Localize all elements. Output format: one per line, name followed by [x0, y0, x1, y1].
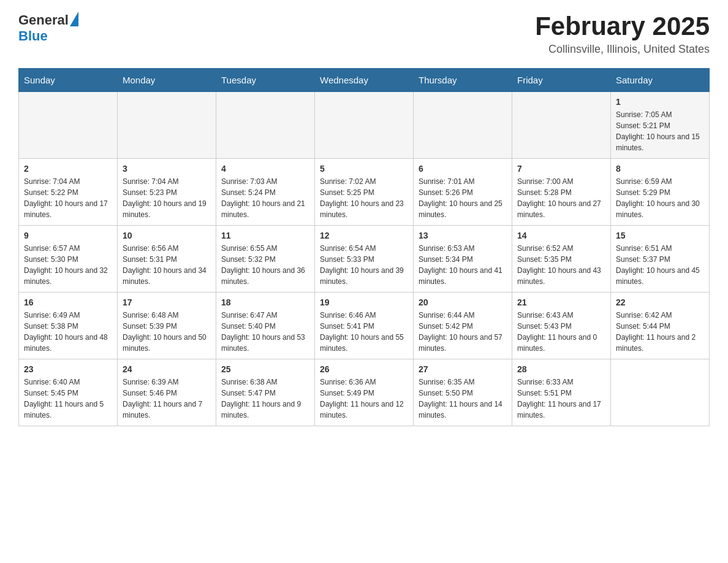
weekday-header-tuesday: Tuesday	[216, 69, 315, 92]
day-info: Sunrise: 6:49 AM Sunset: 5:38 PM Dayligh…	[24, 310, 112, 354]
day-info: Sunrise: 6:44 AM Sunset: 5:42 PM Dayligh…	[419, 310, 507, 354]
weekday-header-wednesday: Wednesday	[315, 69, 414, 92]
day-number: 4	[221, 164, 309, 174]
day-number: 2	[24, 164, 112, 174]
calendar-cell: 10Sunrise: 6:56 AM Sunset: 5:31 PM Dayli…	[118, 226, 216, 293]
calendar-cell: 6Sunrise: 7:01 AM Sunset: 5:26 PM Daylig…	[414, 159, 512, 226]
day-info: Sunrise: 7:03 AM Sunset: 5:24 PM Dayligh…	[221, 176, 309, 220]
calendar-cell: 11Sunrise: 6:55 AM Sunset: 5:32 PM Dayli…	[216, 226, 315, 293]
calendar-header-row: SundayMondayTuesdayWednesdayThursdayFrid…	[19, 69, 710, 92]
day-info: Sunrise: 7:04 AM Sunset: 5:23 PM Dayligh…	[123, 176, 211, 220]
logo-general-text: General	[18, 12, 69, 28]
calendar-cell: 25Sunrise: 6:38 AM Sunset: 5:47 PM Dayli…	[216, 359, 315, 426]
weekday-header-friday: Friday	[512, 69, 611, 92]
day-number: 5	[320, 164, 408, 174]
calendar-cell: 28Sunrise: 6:33 AM Sunset: 5:51 PM Dayli…	[512, 359, 611, 426]
calendar-cell: 14Sunrise: 6:52 AM Sunset: 5:35 PM Dayli…	[512, 226, 611, 293]
day-number: 20	[419, 297, 507, 307]
calendar-cell: 26Sunrise: 6:36 AM Sunset: 5:49 PM Dayli…	[315, 359, 414, 426]
weekday-header-monday: Monday	[118, 69, 216, 92]
calendar-cell: 2Sunrise: 7:04 AM Sunset: 5:22 PM Daylig…	[19, 159, 118, 226]
day-info: Sunrise: 6:35 AM Sunset: 5:50 PM Dayligh…	[419, 377, 507, 421]
location-title: Collinsville, Illinois, United States	[535, 43, 710, 56]
calendar-cell: 19Sunrise: 6:46 AM Sunset: 5:41 PM Dayli…	[315, 293, 414, 359]
day-info: Sunrise: 7:04 AM Sunset: 5:22 PM Dayligh…	[24, 176, 112, 220]
day-number: 21	[517, 297, 605, 307]
calendar-cell: 20Sunrise: 6:44 AM Sunset: 5:42 PM Dayli…	[414, 293, 512, 359]
day-info: Sunrise: 6:57 AM Sunset: 5:30 PM Dayligh…	[24, 243, 112, 287]
logo-blue-text: Blue	[18, 28, 48, 44]
day-number: 11	[221, 231, 309, 240]
calendar-cell	[315, 92, 414, 159]
calendar-cell: 24Sunrise: 6:39 AM Sunset: 5:46 PM Dayli…	[118, 359, 216, 426]
calendar-cell	[512, 92, 611, 159]
day-info: Sunrise: 6:40 AM Sunset: 5:45 PM Dayligh…	[24, 377, 112, 421]
calendar-cell: 9Sunrise: 6:57 AM Sunset: 5:30 PM Daylig…	[19, 226, 118, 293]
day-number: 9	[24, 231, 112, 240]
calendar-cell: 12Sunrise: 6:54 AM Sunset: 5:33 PM Dayli…	[315, 226, 414, 293]
day-number: 17	[123, 297, 211, 307]
title-block: February 2025 Collinsville, Illinois, Un…	[535, 12, 710, 56]
day-info: Sunrise: 6:55 AM Sunset: 5:32 PM Dayligh…	[221, 243, 309, 287]
day-number: 6	[419, 164, 507, 174]
day-info: Sunrise: 6:53 AM Sunset: 5:34 PM Dayligh…	[419, 243, 507, 287]
day-info: Sunrise: 6:46 AM Sunset: 5:41 PM Dayligh…	[320, 310, 408, 354]
day-number: 1	[616, 97, 704, 107]
day-number: 7	[517, 164, 605, 174]
calendar-cell: 1Sunrise: 7:05 AM Sunset: 5:21 PM Daylig…	[611, 92, 710, 159]
day-number: 25	[221, 364, 309, 374]
day-info: Sunrise: 6:42 AM Sunset: 5:44 PM Dayligh…	[616, 310, 704, 354]
day-info: Sunrise: 6:56 AM Sunset: 5:31 PM Dayligh…	[123, 243, 211, 287]
calendar-cell	[216, 92, 315, 159]
calendar-cell	[611, 359, 710, 426]
calendar-cell	[414, 92, 512, 159]
day-number: 12	[320, 231, 408, 240]
day-info: Sunrise: 6:47 AM Sunset: 5:40 PM Dayligh…	[221, 310, 309, 354]
weekday-header-sunday: Sunday	[19, 69, 118, 92]
day-info: Sunrise: 6:36 AM Sunset: 5:49 PM Dayligh…	[320, 377, 408, 421]
day-number: 10	[123, 231, 211, 240]
day-number: 16	[24, 297, 112, 307]
day-info: Sunrise: 6:51 AM Sunset: 5:37 PM Dayligh…	[616, 243, 704, 287]
calendar-cell: 16Sunrise: 6:49 AM Sunset: 5:38 PM Dayli…	[19, 293, 118, 359]
day-number: 13	[419, 231, 507, 240]
day-info: Sunrise: 6:38 AM Sunset: 5:47 PM Dayligh…	[221, 377, 309, 421]
weekday-header-saturday: Saturday	[611, 69, 710, 92]
day-info: Sunrise: 6:39 AM Sunset: 5:46 PM Dayligh…	[123, 377, 211, 421]
calendar-cell	[19, 92, 118, 159]
logo-triangle-icon	[70, 12, 78, 26]
day-number: 27	[419, 364, 507, 374]
calendar-week-row: 23Sunrise: 6:40 AM Sunset: 5:45 PM Dayli…	[19, 359, 710, 426]
calendar-cell: 22Sunrise: 6:42 AM Sunset: 5:44 PM Dayli…	[611, 293, 710, 359]
logo-icon: General Blue	[18, 12, 78, 44]
calendar-week-row: 2Sunrise: 7:04 AM Sunset: 5:22 PM Daylig…	[19, 159, 710, 226]
calendar-cell: 15Sunrise: 6:51 AM Sunset: 5:37 PM Dayli…	[611, 226, 710, 293]
day-info: Sunrise: 6:33 AM Sunset: 5:51 PM Dayligh…	[517, 377, 605, 421]
weekday-header-thursday: Thursday	[414, 69, 512, 92]
calendar-week-row: 16Sunrise: 6:49 AM Sunset: 5:38 PM Dayli…	[19, 293, 710, 359]
day-number: 8	[616, 164, 704, 174]
calendar-cell: 4Sunrise: 7:03 AM Sunset: 5:24 PM Daylig…	[216, 159, 315, 226]
calendar-cell: 27Sunrise: 6:35 AM Sunset: 5:50 PM Dayli…	[414, 359, 512, 426]
day-number: 26	[320, 364, 408, 374]
day-number: 24	[123, 364, 211, 374]
month-title: February 2025	[535, 12, 710, 40]
day-number: 18	[221, 297, 309, 307]
day-info: Sunrise: 7:05 AM Sunset: 5:21 PM Dayligh…	[616, 109, 704, 153]
day-number: 15	[616, 231, 704, 240]
calendar-cell: 5Sunrise: 7:02 AM Sunset: 5:25 PM Daylig…	[315, 159, 414, 226]
logo: General Blue	[18, 12, 78, 44]
calendar-week-row: 9Sunrise: 6:57 AM Sunset: 5:30 PM Daylig…	[19, 226, 710, 293]
day-number: 14	[517, 231, 605, 240]
calendar-week-row: 1Sunrise: 7:05 AM Sunset: 5:21 PM Daylig…	[19, 92, 710, 159]
day-info: Sunrise: 6:54 AM Sunset: 5:33 PM Dayligh…	[320, 243, 408, 287]
day-number: 23	[24, 364, 112, 374]
calendar-cell: 17Sunrise: 6:48 AM Sunset: 5:39 PM Dayli…	[118, 293, 216, 359]
calendar-cell: 18Sunrise: 6:47 AM Sunset: 5:40 PM Dayli…	[216, 293, 315, 359]
calendar-cell: 13Sunrise: 6:53 AM Sunset: 5:34 PM Dayli…	[414, 226, 512, 293]
day-info: Sunrise: 7:00 AM Sunset: 5:28 PM Dayligh…	[517, 176, 605, 220]
calendar-cell: 7Sunrise: 7:00 AM Sunset: 5:28 PM Daylig…	[512, 159, 611, 226]
calendar-cell: 3Sunrise: 7:04 AM Sunset: 5:23 PM Daylig…	[118, 159, 216, 226]
day-number: 28	[517, 364, 605, 374]
day-info: Sunrise: 7:01 AM Sunset: 5:26 PM Dayligh…	[419, 176, 507, 220]
